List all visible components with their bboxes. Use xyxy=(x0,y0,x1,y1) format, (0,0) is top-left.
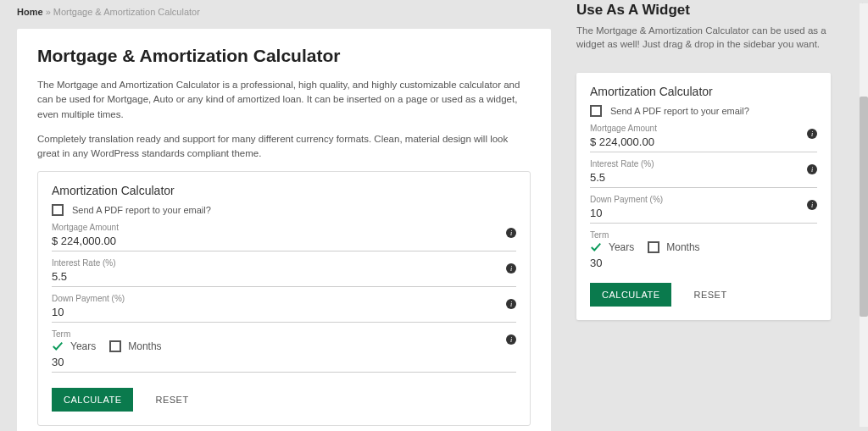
intro-paragraph-2: Completely translation ready and support… xyxy=(37,132,531,162)
term-input[interactable]: 30 xyxy=(52,354,516,373)
calculate-button[interactable]: CALCULATE xyxy=(52,388,133,412)
widget-mortgage-amount-label: Mortgage Amount xyxy=(590,124,817,133)
widget-down-payment-label: Down Payment (%) xyxy=(590,195,817,204)
down-payment-label: Down Payment (%) xyxy=(52,294,516,303)
widget-calculator-card: Amortization Calculator Send A PDF repor… xyxy=(576,73,831,320)
main-content: Mortgage & Amortization Calculator The M… xyxy=(17,29,551,431)
term-label: Term xyxy=(52,329,516,339)
interest-rate-label: Interest Rate (%) xyxy=(52,258,516,268)
intro-paragraph-1: The Mortgage and Amortization Calculator… xyxy=(37,78,531,122)
widget-term-input[interactable]: 30 xyxy=(590,255,817,273)
widget-reset-button[interactable]: RESET xyxy=(693,290,726,300)
pdf-checkbox[interactable] xyxy=(52,204,64,216)
widget-term-months-checkbox[interactable] xyxy=(648,241,659,253)
calculator-title: Amortization Calculator xyxy=(52,184,516,197)
breadcrumb: Home » Mortgage & Amortization Calculato… xyxy=(17,7,551,17)
widget-term-months-option[interactable]: Months xyxy=(666,241,699,253)
check-icon[interactable] xyxy=(590,241,602,253)
widget-down-payment-input[interactable]: 10 xyxy=(590,205,817,224)
widget-mortgage-amount-input[interactable]: $ 224,000.00 xyxy=(590,134,817,152)
widget-interest-rate-input[interactable]: 5.5 xyxy=(590,169,817,188)
pdf-label: Send A PDF report to your email? xyxy=(72,205,211,215)
breadcrumb-current: Mortgage & Amortization Calculator xyxy=(53,7,200,17)
widget-term-years-option[interactable]: Years xyxy=(609,241,634,253)
widget-term-label: Term xyxy=(590,230,817,240)
sidebar-description: The Mortgage & Amortization Calculator c… xyxy=(576,24,831,51)
calculator-card: Amortization Calculator Send A PDF repor… xyxy=(37,171,531,426)
check-icon[interactable] xyxy=(52,340,64,352)
widget-interest-rate-label: Interest Rate (%) xyxy=(590,159,817,169)
page-title: Mortgage & Amortization Calculator xyxy=(37,46,531,66)
breadcrumb-home[interactable]: Home xyxy=(17,7,43,17)
widget-calculate-button[interactable]: CALCULATE xyxy=(590,283,671,307)
term-months-checkbox[interactable] xyxy=(109,340,121,352)
page-scrollbar-thumb[interactable] xyxy=(860,97,868,317)
page-scrollbar-track[interactable] xyxy=(860,3,868,427)
mortgage-amount-label: Mortgage Amount xyxy=(52,223,516,232)
sidebar-title: Use As A Widget xyxy=(576,2,831,19)
widget-pdf-checkbox[interactable] xyxy=(590,105,602,117)
reset-button[interactable]: RESET xyxy=(155,395,188,405)
mortgage-amount-input[interactable]: $ 224,000.00 xyxy=(52,233,516,251)
widget-pdf-label: Send A PDF report to your email? xyxy=(610,106,749,116)
term-months-option[interactable]: Months xyxy=(128,340,161,352)
down-payment-input[interactable]: 10 xyxy=(52,304,516,323)
interest-rate-input[interactable]: 5.5 xyxy=(52,268,516,287)
widget-calculator-title: Amortization Calculator xyxy=(590,85,817,98)
term-years-option[interactable]: Years xyxy=(70,340,96,352)
